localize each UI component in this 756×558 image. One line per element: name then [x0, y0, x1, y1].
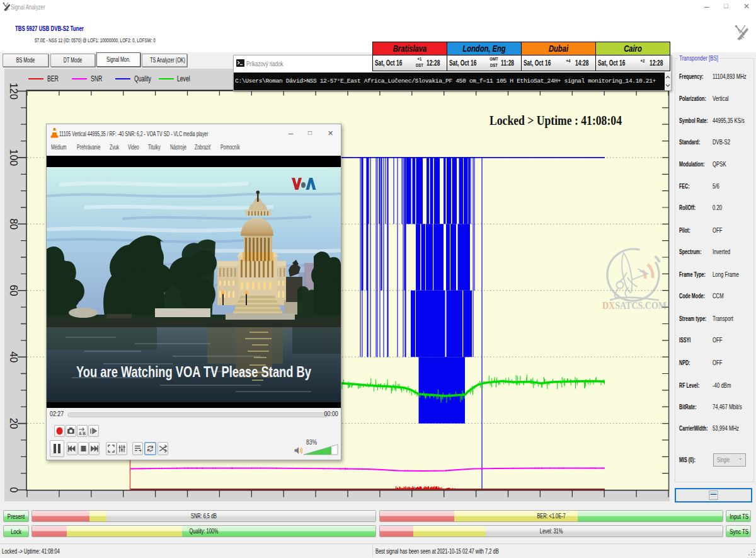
svg-text:80: 80 [8, 218, 19, 230]
svg-text:A B: A B [79, 431, 86, 436]
svg-text:You are Watching VOA TV Please: You are Watching VOA TV Please Stand By [76, 363, 311, 380]
svg-text:20: 20 [8, 418, 19, 429]
svg-text:100: 100 [8, 149, 19, 166]
svg-text:0: 0 [8, 487, 19, 493]
svg-text:120: 120 [8, 83, 19, 100]
svg-text:40: 40 [8, 351, 19, 363]
svg-text:DXSATCS.COM: DXSATCS.COM [602, 300, 667, 311]
svg-text:60: 60 [8, 285, 19, 296]
